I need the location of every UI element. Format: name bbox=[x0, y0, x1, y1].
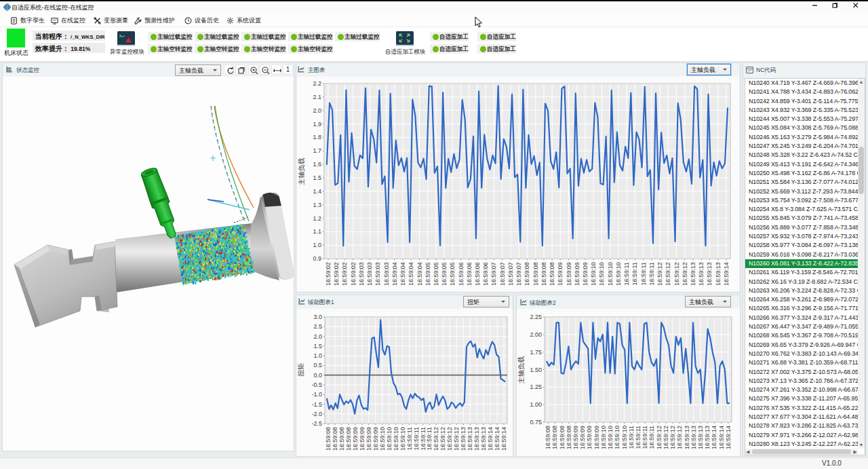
svg-text:16:59:09: 16:59:09 bbox=[352, 427, 359, 451]
svg-text:16:59:08: 16:59:08 bbox=[338, 427, 345, 451]
svg-text:16:59:09: 16:59:09 bbox=[557, 262, 564, 286]
svg-text:16:59:12: 16:59:12 bbox=[439, 427, 446, 451]
svg-text:16:59:10: 16:59:10 bbox=[399, 427, 406, 451]
svg-text:16:59:04: 16:59:04 bbox=[416, 262, 423, 286]
svg-text:16:59:12: 16:59:12 bbox=[676, 426, 683, 449]
svg-text:16:59:11: 16:59:11 bbox=[640, 262, 647, 285]
svg-text:16:59:08: 16:59:08 bbox=[332, 427, 338, 451]
svg-text:16:59:04: 16:59:04 bbox=[408, 262, 414, 286]
svg-text:3.0: 3.0 bbox=[313, 314, 322, 320]
svg-text:16:59:12: 16:59:12 bbox=[433, 427, 439, 451]
svg-text:16:59:02: 16:59:02 bbox=[325, 262, 332, 286]
svg-text:16:59:03: 16:59:03 bbox=[374, 262, 381, 286]
svg-text:16:59:10: 16:59:10 bbox=[599, 262, 606, 286]
svg-text:16:59:06: 16:59:06 bbox=[466, 262, 473, 286]
svg-text:16:59:08: 16:59:08 bbox=[540, 262, 547, 286]
svg-text:16:59:11: 16:59:11 bbox=[628, 426, 635, 449]
svg-text:1.7: 1.7 bbox=[313, 147, 321, 154]
svg-text:16:59:10: 16:59:10 bbox=[614, 426, 620, 449]
svg-text:16:59:13: 16:59:13 bbox=[460, 427, 467, 451]
svg-text:1.3: 1.3 bbox=[313, 202, 321, 208]
svg-text:0.9: 0.9 bbox=[313, 255, 321, 262]
svg-text:16:59:08: 16:59:08 bbox=[549, 262, 555, 286]
svg-text:16:59:10: 16:59:10 bbox=[600, 426, 607, 449]
svg-text:16:59:09: 16:59:09 bbox=[574, 262, 580, 286]
svg-text:16:59:11: 16:59:11 bbox=[406, 427, 413, 450]
svg-text:1.75: 1.75 bbox=[530, 349, 542, 356]
svg-text:16:59:02: 16:59:02 bbox=[350, 262, 357, 286]
svg-text:16:59:10: 16:59:10 bbox=[607, 426, 614, 449]
svg-text:16:59:08: 16:59:08 bbox=[532, 262, 539, 286]
svg-text:16:59:11: 16:59:11 bbox=[631, 262, 638, 285]
svg-text:16:59:06: 16:59:06 bbox=[458, 262, 465, 286]
svg-text:1.8: 1.8 bbox=[313, 134, 321, 140]
svg-text:16:59:13: 16:59:13 bbox=[473, 427, 480, 451]
svg-text:16:59:10: 16:59:10 bbox=[386, 427, 393, 451]
svg-text:1.9: 1.9 bbox=[313, 121, 321, 128]
svg-text:16:59:02: 16:59:02 bbox=[341, 262, 348, 286]
svg-text:主轴负载: 主轴负载 bbox=[298, 158, 305, 185]
svg-text:1.00: 1.00 bbox=[530, 401, 542, 408]
svg-text:16:59:14: 16:59:14 bbox=[725, 426, 732, 449]
svg-text:16:59:13: 16:59:13 bbox=[715, 262, 722, 286]
svg-text:16:59:14: 16:59:14 bbox=[723, 262, 730, 286]
svg-text:16:59:07: 16:59:07 bbox=[507, 262, 514, 286]
svg-text:1.2: 1.2 bbox=[313, 215, 321, 222]
svg-text:16:59:03: 16:59:03 bbox=[358, 262, 365, 286]
svg-text:16:59:13: 16:59:13 bbox=[684, 426, 690, 449]
svg-text:16:59:14: 16:59:14 bbox=[494, 427, 500, 451]
svg-text:16:59:12: 16:59:12 bbox=[656, 262, 663, 286]
svg-text:1.50: 1.50 bbox=[530, 367, 542, 373]
svg-text:16:59:08: 16:59:08 bbox=[559, 426, 566, 449]
svg-text:1.5: 1.5 bbox=[313, 343, 322, 350]
svg-text:16:59:10: 16:59:10 bbox=[621, 426, 628, 449]
svg-text:16:59:10: 16:59:10 bbox=[379, 427, 386, 451]
svg-text:扭矩: 扭矩 bbox=[297, 363, 304, 377]
svg-text:-0.5: -0.5 bbox=[311, 381, 322, 388]
svg-text:1.5: 1.5 bbox=[313, 174, 321, 181]
svg-text:16:59:12: 16:59:12 bbox=[453, 427, 460, 451]
svg-text:16:59:03: 16:59:03 bbox=[383, 262, 390, 286]
svg-text:2.00: 2.00 bbox=[530, 331, 542, 338]
svg-text:16:59:11: 16:59:11 bbox=[648, 426, 655, 449]
svg-text:16:59:07: 16:59:07 bbox=[491, 262, 498, 286]
svg-text:16:59:11: 16:59:11 bbox=[635, 426, 642, 449]
svg-text:-2.5: -2.5 bbox=[311, 420, 322, 427]
svg-text:16:59:08: 16:59:08 bbox=[551, 426, 558, 449]
svg-text:16:59:13: 16:59:13 bbox=[690, 262, 696, 286]
svg-text:2.25: 2.25 bbox=[530, 314, 542, 320]
svg-text:2.2: 2.2 bbox=[313, 80, 321, 87]
svg-text:16:59:05: 16:59:05 bbox=[433, 262, 439, 286]
svg-text:16:59:12: 16:59:12 bbox=[673, 262, 680, 286]
svg-text:16:59:05: 16:59:05 bbox=[441, 262, 448, 286]
svg-text:16:59:12: 16:59:12 bbox=[682, 262, 688, 286]
svg-text:16:59:10: 16:59:10 bbox=[590, 262, 597, 286]
svg-text:16:59:13: 16:59:13 bbox=[698, 262, 705, 286]
svg-text:0.5: 0.5 bbox=[313, 362, 322, 369]
svg-text:主轴负载: 主轴负载 bbox=[517, 356, 525, 384]
svg-text:16:59:12: 16:59:12 bbox=[663, 426, 669, 449]
svg-text:16:59:09: 16:59:09 bbox=[579, 426, 586, 449]
svg-text:16:59:09: 16:59:09 bbox=[566, 262, 572, 286]
svg-text:16:59:12: 16:59:12 bbox=[656, 426, 663, 449]
svg-text:1.0: 1.0 bbox=[313, 352, 322, 359]
svg-text:16:59:06: 16:59:06 bbox=[482, 262, 489, 286]
svg-text:16:59:09: 16:59:09 bbox=[593, 426, 600, 449]
svg-text:16:59:06: 16:59:06 bbox=[474, 262, 481, 286]
svg-text:16:59:08: 16:59:08 bbox=[545, 426, 551, 449]
svg-text:16:59:11: 16:59:11 bbox=[642, 426, 648, 449]
svg-text:16:59:11: 16:59:11 bbox=[426, 427, 433, 450]
svg-text:16:59:10: 16:59:10 bbox=[607, 262, 614, 286]
svg-text:-1.0: -1.0 bbox=[311, 391, 322, 398]
svg-text:16:59:12: 16:59:12 bbox=[669, 426, 676, 449]
svg-text:16:59:13: 16:59:13 bbox=[467, 427, 473, 451]
svg-text:1.1: 1.1 bbox=[313, 228, 321, 235]
svg-text:16:59:13: 16:59:13 bbox=[706, 262, 713, 286]
svg-text:16:59:08: 16:59:08 bbox=[345, 427, 352, 451]
svg-text:1.0: 1.0 bbox=[313, 242, 321, 248]
svg-text:16:59:13: 16:59:13 bbox=[690, 426, 697, 449]
svg-text:16:59:08: 16:59:08 bbox=[524, 262, 530, 286]
svg-text:16:59:11: 16:59:11 bbox=[623, 262, 630, 285]
svg-text:2.0: 2.0 bbox=[313, 107, 321, 114]
svg-text:16:59:13: 16:59:13 bbox=[697, 426, 704, 449]
